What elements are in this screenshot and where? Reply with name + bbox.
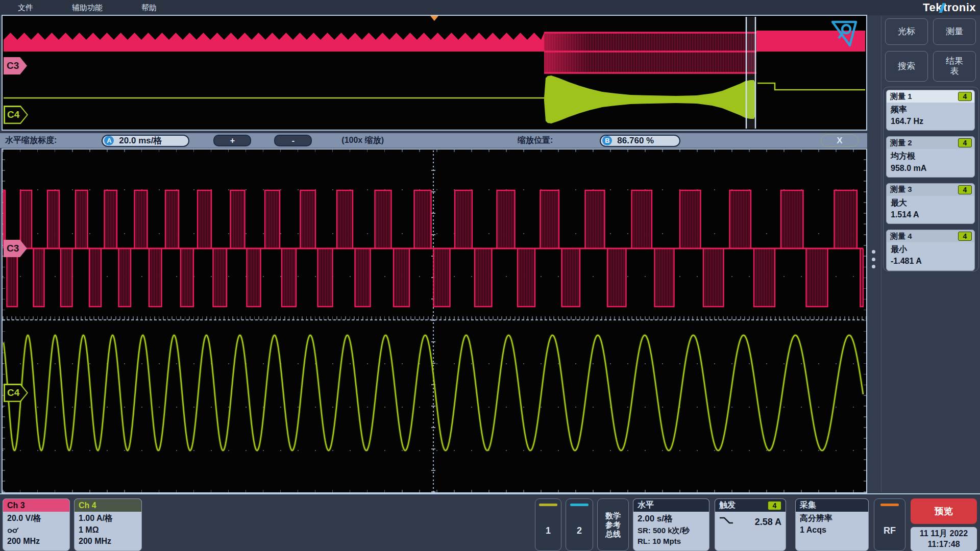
measurement-value: 1.514 A — [891, 209, 970, 220]
measure-button[interactable]: 测量 — [933, 18, 976, 45]
knob-a-icon: A — [104, 136, 114, 145]
zoom-in-button[interactable]: + — [213, 135, 251, 146]
horizontal-badge[interactable]: 水平 2.00 s/格 SR: 500 k次/秒 RL: 10 Mpts — [633, 498, 709, 551]
cursors-button[interactable]: 光标 — [885, 18, 928, 45]
waveform1-button[interactable]: 1 — [535, 498, 561, 551]
acquisition-count: 1 Acqs — [800, 524, 864, 536]
menu-utility[interactable]: 辅助功能 — [72, 3, 103, 13]
horizontal-scale: 2.00 s/格 — [638, 513, 705, 525]
preview-button[interactable]: 预览 — [911, 498, 977, 524]
time-text: 11:17:48 — [927, 539, 960, 550]
ch3-bandwidth: 200 MHz — [7, 536, 65, 547]
panel-divider — [881, 16, 881, 492]
zoom-position-value[interactable]: B 86.760 % — [600, 135, 680, 147]
probe-icon — [7, 524, 65, 536]
tektronix-logo: Tektronix — [923, 1, 976, 15]
oscilloscope-screen: 文件 辅助功能 帮助 Tektronix C3 C4 水平缩放标度: A 20.… — [0, 0, 980, 551]
overview-canvas — [3, 16, 866, 130]
results-table-button[interactable]: 结果 表 — [933, 51, 976, 82]
measurement-value: 958.0 mA — [891, 162, 970, 174]
trigger-source-badge: 4 — [768, 501, 781, 510]
waveform2-color-bar — [570, 504, 589, 506]
zoom-factor-label: (100x 缩放) — [341, 135, 384, 146]
measurement-title: 测量 2 — [890, 138, 912, 148]
waveform-overview: C3 C4 — [2, 15, 867, 131]
measurement-source-badge: 4 — [958, 92, 972, 101]
measurements-panel: 测量 1 4 频率 164.7 Hz 测量 2 4 均方根 958.0 mA 测… — [883, 87, 979, 271]
date-text: 11 11月 2022 — [920, 529, 968, 539]
waveform2-button[interactable]: 2 — [566, 498, 593, 551]
ch3-scale: 20.0 V/格 — [7, 513, 65, 524]
zoom-close-button[interactable]: X — [821, 134, 859, 147]
rf-button[interactable]: RF — [874, 498, 905, 551]
bottom-badge-bar: Ch 3 20.0 V/格 200 MHz Ch 4 1.00 A/格 1 MΩ… — [0, 493, 980, 551]
measurement-badge-1[interactable]: 测量 1 4 频率 164.7 Hz — [886, 90, 975, 131]
zoom-position-label: 缩放位置: — [518, 135, 553, 146]
zoom-scale-value[interactable]: A 20.0 ms/格 — [102, 135, 189, 147]
main-waveform-display: C3 C4 — [2, 148, 867, 493]
measurement-name: 均方根 — [891, 150, 970, 162]
channel4-badge[interactable]: Ch 4 1.00 A/格 1 MΩ 200 MHz — [74, 498, 142, 551]
measurement-title: 测量 3 — [890, 185, 912, 194]
measurement-badge-4[interactable]: 测量 4 4 最小 -1.481 A — [886, 230, 975, 270]
measurement-name: 最小 — [891, 243, 970, 255]
horizontal-sample-rate: SR: 500 k次/秒 — [638, 525, 705, 536]
trigger-level: 2.58 A — [755, 516, 781, 529]
ch4-scale: 1.00 A/格 — [79, 513, 137, 524]
measurement-source-badge: 4 — [958, 232, 972, 241]
measurement-value: 164.7 Hz — [891, 115, 970, 127]
ch4-impedance: 1 MΩ — [79, 524, 137, 536]
measurement-value: -1.481 A — [891, 255, 970, 267]
zoom-scale-label: 水平缩放标度: — [5, 135, 57, 146]
acquisition-badge[interactable]: 采集 高分辨率 1 Acqs — [795, 498, 869, 551]
menu-file[interactable]: 文件 — [18, 3, 33, 13]
waveform1-color-bar — [539, 504, 557, 506]
ch4-bandwidth: 200 MHz — [79, 536, 137, 547]
measurement-name: 频率 — [891, 104, 970, 115]
trigger-badge[interactable]: 触发 4 2.58 A — [715, 498, 786, 551]
measurement-source-badge: 4 — [958, 138, 972, 147]
horizontal-record-length: RL: 10 Mpts — [638, 536, 705, 546]
menu-help[interactable]: 帮助 — [141, 3, 157, 13]
measurement-title: 测量 4 — [890, 232, 912, 241]
measurement-name: 最大 — [891, 197, 970, 209]
acquisition-mode: 高分辨率 — [800, 513, 864, 524]
overview-channel4-label[interactable]: C4 — [4, 106, 28, 124]
menu-bar: 文件 辅助功能 帮助 Tektronix — [0, 0, 980, 15]
zoom-toolbar: 水平缩放标度: A 20.0 ms/格 + - (100x 缩放) 缩放位置: … — [0, 133, 867, 148]
measurement-source-badge: 4 — [958, 185, 972, 194]
main-channel4-label[interactable]: C4 — [4, 384, 28, 402]
trigger-position-icon — [430, 16, 438, 21]
rf-color-bar — [880, 504, 899, 506]
falling-edge-icon — [719, 516, 733, 529]
math-ref-bus-button[interactable]: 数学 参考 总线 — [597, 498, 629, 551]
channel3-badge[interactable]: Ch 3 20.0 V/格 200 MHz — [3, 498, 70, 551]
search-button[interactable]: 搜索 — [885, 51, 928, 82]
measurement-badge-2[interactable]: 测量 2 4 均方根 958.0 mA — [886, 136, 975, 177]
knob-b-icon: B — [602, 136, 612, 145]
panel-drag-handle[interactable] — [870, 250, 877, 268]
main-waveform-canvas — [3, 149, 864, 492]
datetime-badge[interactable]: 11 11月 2022 11:17:48 — [911, 527, 977, 551]
measurement-badge-3[interactable]: 测量 3 4 最大 1.514 A — [886, 183, 975, 224]
zoom-out-button[interactable]: - — [274, 135, 312, 146]
measurement-title: 测量 1 — [890, 92, 912, 102]
